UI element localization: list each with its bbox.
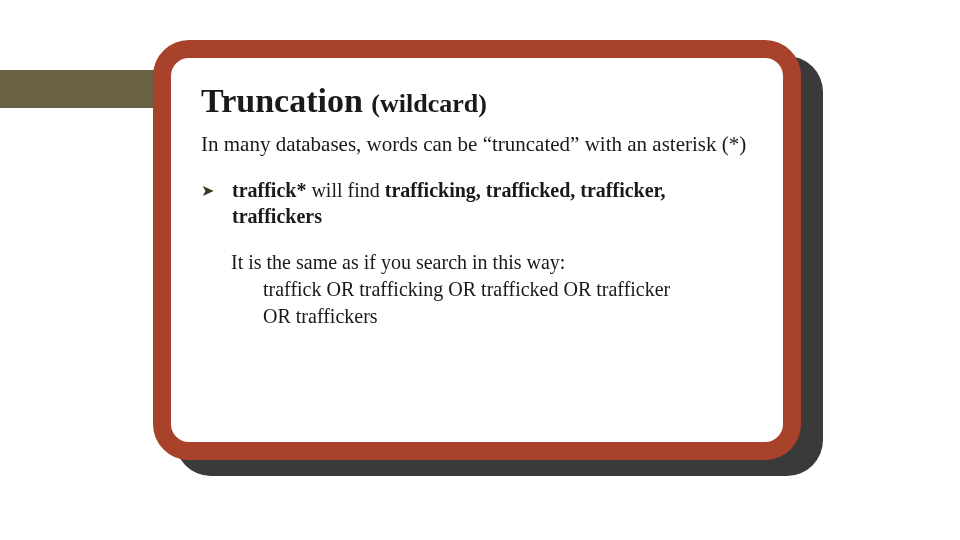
explain-line-3: OR traffickers [263,303,753,330]
explain-line-1: It is the same as if you search in this … [231,249,753,276]
title-sub: (wildcard) [371,89,487,118]
slide: Truncation (wildcard) In many databases,… [0,0,960,540]
bullet-text: traffick* will find trafficking, traffic… [232,177,753,229]
content-card: Truncation (wildcard) In many databases,… [153,40,801,460]
bullet-middle: will find [306,179,384,201]
explain-block: It is the same as if you search in this … [231,249,753,330]
intro-paragraph: In many databases, words can be “truncat… [201,131,753,158]
slide-title: Truncation (wildcard) [201,82,753,119]
bullet-arrow-icon: ➤ [201,181,214,200]
title-main: Truncation [201,82,363,119]
explain-line-2: traffick OR trafficking OR trafficked OR… [263,276,753,303]
connector-bar [0,70,175,108]
bullet-row: ➤ traffick* will find trafficking, traff… [201,177,753,229]
bullet-term: traffick* [232,179,306,201]
